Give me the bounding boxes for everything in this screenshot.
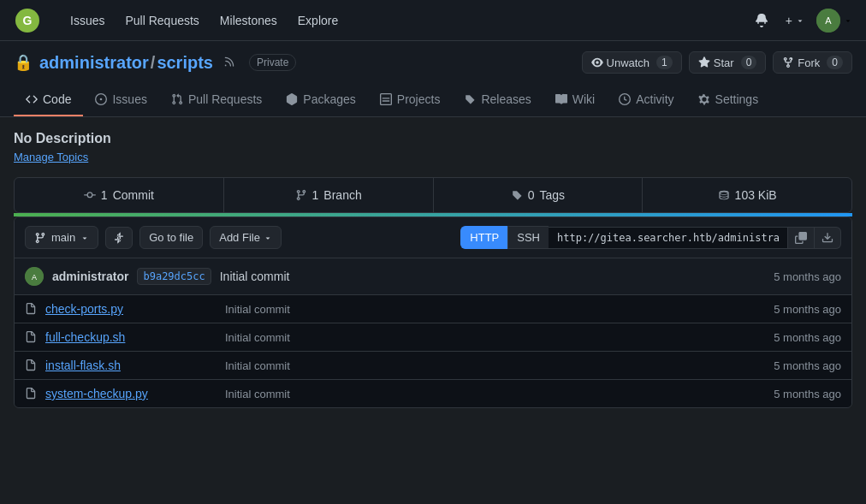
file-name[interactable]: install-flask.sh — [45, 359, 216, 372]
commit-hash[interactable]: b9a29dc5cc — [137, 268, 211, 285]
commits-count: 1 — [101, 188, 108, 202]
eye-icon — [591, 56, 603, 68]
file-icon — [25, 388, 37, 400]
nav-explore[interactable]: Explore — [289, 7, 347, 34]
nav-milestones[interactable]: Milestones — [211, 7, 286, 34]
file-icon — [25, 331, 37, 343]
repo-header: 🔒 administrator/scripts Private Unwatch … — [0, 41, 866, 117]
chevron-down-icon — [844, 16, 852, 25]
unwatch-button[interactable]: Unwatch 1 — [582, 51, 682, 74]
file-time: 5 months ago — [774, 303, 841, 316]
database-icon — [718, 189, 730, 201]
notifications-button[interactable] — [750, 9, 774, 33]
copy-icon — [795, 232, 807, 244]
releases-icon — [464, 93, 476, 105]
file-icon — [25, 303, 37, 315]
tab-wiki[interactable]: Wiki — [543, 84, 607, 116]
tags-stat[interactable]: 0 Tags — [434, 178, 644, 212]
code-icon — [26, 93, 38, 105]
table-row: system-checkup.py Initial commit 5 month… — [15, 380, 851, 407]
table-row: check-ports.py Initial commit 5 months a… — [15, 295, 851, 323]
star-label: Star — [714, 56, 734, 69]
site-logo[interactable]: G — [14, 7, 41, 34]
chevron-down-icon — [80, 234, 89, 242]
repo-description: No Description — [14, 131, 852, 146]
file-name[interactable]: check-ports.py — [45, 302, 216, 316]
download-button[interactable] — [815, 227, 841, 249]
nav-pull-requests[interactable]: Pull Requests — [116, 7, 207, 34]
branch-row: main Go to file Add File HTTP SSH — [15, 217, 851, 258]
user-menu-button[interactable]: A — [816, 9, 852, 33]
svg-text:A: A — [825, 15, 832, 26]
pull-requests-icon — [171, 93, 183, 105]
branch-icon — [295, 189, 307, 201]
table-row: full-checkup.sh Initial commit 5 months … — [15, 323, 851, 352]
star-icon — [698, 56, 710, 68]
copy-url-button[interactable] — [788, 227, 815, 249]
compare-button[interactable] — [105, 227, 133, 249]
fork-count: 0 — [827, 56, 843, 69]
nav-issues[interactable]: Issues — [62, 7, 113, 34]
avatar: A — [816, 9, 840, 33]
repo-title-row: 🔒 administrator/scripts Private Unwatch … — [14, 51, 852, 74]
repo-path: administrator/scripts — [39, 53, 213, 73]
repo-owner-link[interactable]: administrator — [39, 53, 149, 72]
size-value: 103 KiB — [735, 188, 777, 202]
fork-button[interactable]: Fork 0 — [773, 51, 852, 74]
tab-releases[interactable]: Releases — [452, 84, 543, 116]
tab-activity[interactable]: Activity — [607, 84, 685, 116]
bell-icon — [755, 14, 768, 27]
branch-selector[interactable]: main — [25, 226, 98, 249]
commit-avatar: A — [25, 267, 44, 286]
code-area: main Go to file Add File HTTP SSH — [14, 216, 852, 408]
tab-packages[interactable]: Packages — [274, 84, 367, 116]
star-button[interactable]: Star 0 — [689, 51, 767, 74]
fork-label: Fork — [798, 56, 820, 69]
rss-icon[interactable] — [223, 56, 235, 70]
commits-icon — [84, 189, 96, 201]
plus-icon: + — [786, 14, 792, 27]
commit-time: 5 months ago — [774, 270, 841, 283]
add-file-button[interactable]: Add File — [210, 226, 282, 249]
commit-message: Initial commit — [220, 270, 290, 283]
wiki-icon — [555, 93, 567, 105]
top-nav-right: + A — [750, 9, 852, 33]
file-commit: Initial commit — [225, 303, 765, 316]
tab-issues[interactable]: Issues — [83, 84, 158, 116]
repo-tabs: Code Issues Pull Requests Packages Proje… — [14, 84, 852, 116]
manage-topics-link[interactable]: Manage Topics — [14, 151, 88, 163]
file-time: 5 months ago — [774, 359, 841, 372]
goto-file-button[interactable]: Go to file — [139, 226, 203, 249]
svg-text:G: G — [23, 14, 33, 27]
branch-icon — [34, 232, 46, 244]
branches-label: Branch — [323, 188, 361, 202]
commits-stat[interactable]: 1 Commit — [15, 178, 224, 212]
compare-icon — [113, 232, 125, 244]
tab-pull-requests[interactable]: Pull Requests — [159, 84, 274, 116]
tab-code[interactable]: Code — [14, 84, 83, 116]
repo-name-link[interactable]: scripts — [157, 53, 213, 72]
http-tab[interactable]: HTTP — [460, 226, 507, 249]
svg-text:A: A — [32, 273, 37, 282]
commits-label: Commit — [113, 188, 154, 202]
file-name[interactable]: full-checkup.sh — [45, 330, 216, 344]
repo-actions: Unwatch 1 Star 0 Fork 0 — [582, 51, 852, 74]
branches-stat[interactable]: 1 Branch — [224, 178, 434, 212]
unwatch-count: 1 — [656, 56, 673, 69]
star-count: 0 — [741, 56, 757, 69]
tags-count: 0 — [528, 188, 535, 202]
clone-area: HTTP SSH — [460, 226, 841, 249]
create-button[interactable]: + — [780, 9, 810, 33]
chevron-down-icon — [796, 16, 804, 25]
branches-count: 1 — [312, 188, 319, 202]
tab-settings[interactable]: Settings — [686, 84, 771, 116]
lock-icon: 🔒 — [14, 53, 33, 72]
clone-url-input[interactable] — [549, 227, 788, 249]
table-row: install-flask.sh Initial commit 5 months… — [15, 352, 851, 380]
ssh-tab[interactable]: SSH — [507, 226, 549, 249]
file-name[interactable]: system-checkup.py — [45, 387, 216, 400]
commit-author[interactable]: administrator — [52, 270, 128, 283]
tab-projects[interactable]: Projects — [368, 84, 453, 116]
activity-icon — [619, 93, 631, 105]
file-commit: Initial commit — [225, 359, 765, 372]
